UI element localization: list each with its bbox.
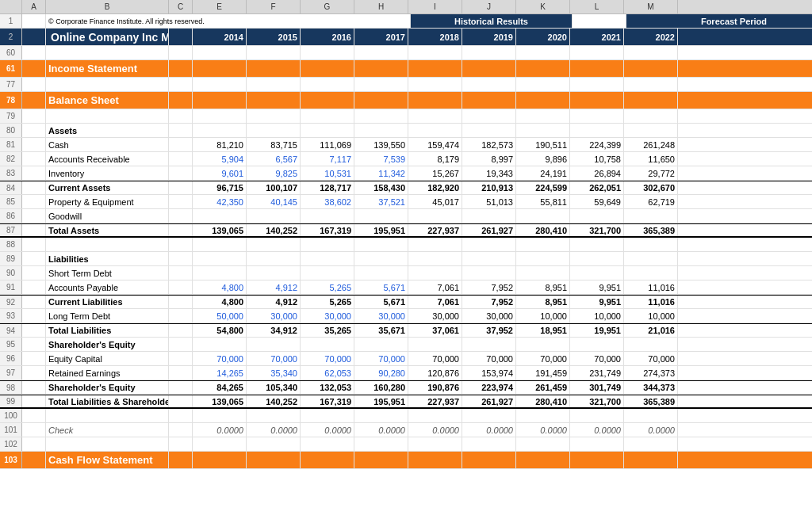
- cell-86B: Goodwill: [46, 209, 169, 223]
- cell-81F: 83,715: [247, 138, 301, 151]
- row-99: 99 Total Liabilities & Shareholder's Equ…: [0, 395, 812, 409]
- row-102: 102: [0, 437, 812, 452]
- cell-84I: 182,920: [408, 181, 462, 194]
- row-86: 86 Goodwill: [0, 209, 812, 223]
- cell-99H: 195,951: [354, 395, 408, 407]
- rownum-102: 102: [0, 437, 22, 451]
- cell-97B: Retained Earnings: [46, 366, 169, 380]
- cell-96I: 70,000: [408, 352, 462, 365]
- cell-83H: 11,342: [354, 166, 408, 180]
- rownum-82: 82: [0, 152, 22, 166]
- cell-99B: Total Liabilities & Shareholder's Equity: [46, 395, 169, 407]
- col-header-A: A: [22, 0, 46, 13]
- cell-82F: 6,567: [247, 152, 301, 166]
- cell-99E: 139,065: [193, 395, 247, 407]
- cell-98I: 190,876: [408, 381, 462, 394]
- cell-98M: 344,373: [624, 381, 678, 394]
- cell-92E: 4,800: [193, 296, 247, 308]
- cell-87M: 365,389: [624, 224, 678, 236]
- cell-93I: 30,000: [408, 309, 462, 322]
- cell-85F: 40,145: [247, 195, 301, 208]
- cell-92B: Current Liabilities: [46, 296, 169, 308]
- cell-85B: Property & Equipment: [46, 195, 169, 208]
- cell-82G: 7,117: [301, 152, 354, 166]
- row-2: 2 Online Company Inc Model 2014 2015 201…: [0, 29, 812, 46]
- cell-85H: 37,521: [354, 195, 408, 208]
- row-96: 96 Equity Capital 70,000 70,000 70,000 7…: [0, 352, 812, 366]
- cell-81M: 261,248: [624, 138, 678, 151]
- cell-87L: 321,700: [570, 224, 624, 236]
- cell-83L: 26,894: [570, 166, 624, 180]
- cell-84M: 302,670: [624, 181, 678, 194]
- cell-101G: 0.0000: [301, 423, 354, 437]
- row-94: 94 Total Liabilities 54,800 34,912 35,26…: [0, 323, 812, 338]
- cell-2F: 2015: [247, 29, 301, 45]
- cell-85I: 45,017: [408, 195, 462, 208]
- rownum-80: 80: [0, 124, 22, 137]
- row-83: 83 Inventory 9,601 9,825 10,531 11,342 1…: [0, 166, 812, 181]
- cell-83B: Inventory: [46, 166, 169, 180]
- col-header-F: F: [247, 0, 301, 13]
- cell-80B: Assets: [46, 124, 169, 137]
- row-85: 85 Property & Equipment 42,350 40,145 38…: [0, 195, 812, 209]
- rownum-79: 79: [0, 109, 22, 123]
- sheet-body: 1 © Corporate Finance Institute. All rig…: [0, 14, 812, 469]
- cell-82K: 9,896: [516, 152, 570, 166]
- cell-99G: 167,319: [301, 395, 354, 407]
- row-98: 98 Shareholder's Equity 84,265 105,340 1…: [0, 380, 812, 395]
- cell-99I: 227,937: [408, 395, 462, 407]
- cell-85L: 59,649: [570, 195, 624, 208]
- cell-2K: 2020: [516, 29, 570, 45]
- cell-87G: 167,319: [301, 224, 354, 236]
- cell-81J: 182,573: [462, 138, 516, 151]
- row-60: 60: [0, 46, 812, 60]
- balance-sheet-header: Balance Sheet: [46, 92, 169, 109]
- cell-81H: 139,550: [354, 138, 408, 151]
- cell-97E: 14,265: [193, 366, 247, 380]
- rownum-91: 91: [0, 280, 22, 294]
- rownum-61: 61: [0, 60, 22, 77]
- cell-94K: 18,951: [516, 324, 570, 337]
- cell-85G: 38,602: [301, 195, 354, 208]
- income-statement-header: Income Statement: [46, 60, 169, 77]
- cell-91I: 7,061: [408, 280, 462, 294]
- cell-96K: 70,000: [516, 352, 570, 365]
- cell-101E: 0.0000: [193, 423, 247, 437]
- cell-83I: 15,267: [408, 166, 462, 180]
- cell-81K: 190,511: [516, 138, 570, 151]
- rownum-97: 97: [0, 366, 22, 380]
- cell-97K: 191,459: [516, 366, 570, 380]
- cell-94F: 34,912: [247, 324, 301, 337]
- cell-87H: 195,951: [354, 224, 408, 236]
- rownum-103: 103: [0, 452, 22, 468]
- cell-98J: 223,974: [462, 381, 516, 394]
- rownum-96: 96: [0, 352, 22, 365]
- cell-89B: Liabilities: [46, 252, 169, 265]
- cell-93H: 30,000: [354, 309, 408, 322]
- cell-81L: 224,399: [570, 138, 624, 151]
- rownum-101: 101: [0, 423, 22, 437]
- row-101: 101 Check 0.0000 0.0000 0.0000 0.0000 0.…: [0, 423, 812, 437]
- cell-1J: Forecast Period: [626, 14, 812, 28]
- cell-83F: 9,825: [247, 166, 301, 180]
- cell-2H: 2017: [354, 29, 408, 45]
- cell-92J: 7,952: [462, 296, 516, 308]
- cell-96G: 70,000: [301, 352, 354, 365]
- cell-84F: 100,107: [247, 181, 301, 194]
- row-1: 1 © Corporate Finance Institute. All rig…: [0, 14, 812, 29]
- cell-94H: 35,671: [354, 324, 408, 337]
- cell-98K: 261,459: [516, 381, 570, 394]
- cell-2G: 2016: [301, 29, 354, 45]
- cell-2E: 2014: [193, 29, 247, 45]
- cell-93K: 10,000: [516, 309, 570, 322]
- cell-85E: 42,350: [193, 195, 247, 208]
- cell-83K: 24,191: [516, 166, 570, 180]
- cell-91L: 9,951: [570, 280, 624, 294]
- column-headers: A B C E F G H I J K L M: [0, 0, 812, 14]
- rownum-83: 83: [0, 166, 22, 180]
- col-header-K: K: [516, 0, 570, 13]
- cell-98B: Shareholder's Equity: [46, 381, 169, 394]
- rownum-2: 2: [0, 29, 22, 45]
- cell-84L: 262,051: [570, 181, 624, 194]
- cell-96J: 70,000: [462, 352, 516, 365]
